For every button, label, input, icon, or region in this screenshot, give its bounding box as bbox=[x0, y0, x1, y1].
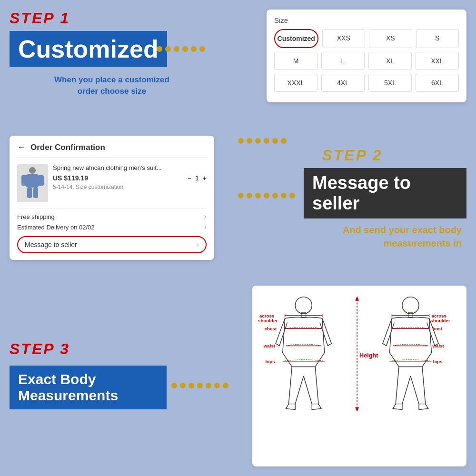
size-label: Size bbox=[274, 16, 459, 24]
size-6xl[interactable]: 6XL bbox=[416, 74, 459, 92]
svg-text:bust: bust bbox=[432, 326, 442, 331]
step3-dots bbox=[171, 383, 228, 388]
size-4xl[interactable]: 4XL bbox=[321, 74, 365, 92]
step2-dots-inline bbox=[238, 193, 295, 198]
message-seller-text: Message to seller bbox=[312, 173, 411, 213]
svg-text:shoulder: shoulder bbox=[258, 318, 278, 323]
svg-text:waist: waist bbox=[432, 343, 444, 348]
dot2 bbox=[165, 46, 171, 52]
svg-rect-3 bbox=[38, 175, 44, 186]
step3-label: STEP 3 bbox=[10, 340, 228, 358]
message-to-seller-btn[interactable]: Message to seller › bbox=[17, 236, 207, 253]
shipping-row: Free shipping › bbox=[17, 212, 207, 221]
size-5xl[interactable]: 5XL bbox=[368, 74, 412, 92]
plus-icon[interactable]: + bbox=[203, 174, 207, 182]
size-xs[interactable]: XS bbox=[369, 29, 412, 48]
delivery-text: Estimated Delivery on 02/02 bbox=[17, 224, 95, 231]
exact-body-box: Exact Body Measurements bbox=[10, 366, 167, 409]
svg-rect-2 bbox=[21, 175, 27, 186]
svg-point-6 bbox=[295, 297, 312, 314]
body-diagram-svg: Height across shoulder bbox=[257, 290, 462, 462]
size-customized[interactable]: Customized bbox=[274, 29, 318, 48]
quantity-value: 1 bbox=[195, 174, 199, 182]
product-name: Spring new african clothing men's suit..… bbox=[53, 164, 207, 171]
svg-text:Height: Height bbox=[359, 352, 378, 359]
chevron-right-icon2: › bbox=[204, 223, 207, 231]
svg-text:waist: waist bbox=[263, 343, 276, 348]
body-diagram: Height across shoulder bbox=[252, 286, 466, 466]
size-xxl[interactable]: XXL bbox=[416, 52, 459, 70]
dot6 bbox=[199, 46, 205, 52]
message-btn-label: Message to seller bbox=[25, 241, 77, 248]
svg-text:hips: hips bbox=[266, 359, 276, 364]
size-xxs[interactable]: XXS bbox=[322, 29, 366, 48]
order-title: Order Confirmation bbox=[30, 143, 105, 152]
order-header: ← Order Confirmation bbox=[17, 142, 207, 158]
order-details: Spring new african clothing men's suit..… bbox=[53, 164, 207, 202]
svg-marker-11 bbox=[355, 296, 359, 301]
back-arrow-icon[interactable]: ← bbox=[17, 142, 26, 152]
dot5 bbox=[191, 46, 197, 52]
size-row-1: Customized XXS XS S bbox=[274, 29, 459, 48]
step3-area: STEP 3 Exact Body Measurements bbox=[10, 340, 228, 409]
svg-rect-5 bbox=[33, 188, 38, 198]
step2-area: STEP 2 Message to seller And send your e… bbox=[238, 138, 466, 250]
size-m[interactable]: M bbox=[274, 52, 317, 70]
delivery-row: Estimated Delivery on 02/02 › bbox=[17, 223, 207, 231]
page-container: STEP 1 Customized When you place a custo… bbox=[0, 0, 476, 476]
size-grid-container: Size Customized XXS XS S M L XL XXL XXXL… bbox=[267, 10, 466, 102]
svg-point-0 bbox=[29, 167, 36, 174]
exact-body-text: Exact Body Measurements bbox=[18, 371, 118, 403]
svg-text:chest: chest bbox=[265, 326, 277, 331]
step1-dots bbox=[157, 46, 205, 52]
minus-icon[interactable]: − bbox=[188, 174, 191, 182]
chevron-right-icon: › bbox=[204, 212, 207, 221]
product-image bbox=[17, 164, 48, 202]
order-item: Spring new african clothing men's suit..… bbox=[17, 164, 207, 202]
shipping-text: Free shipping bbox=[17, 213, 55, 220]
size-s[interactable]: S bbox=[416, 29, 459, 48]
quantity-controls: − 1 + bbox=[188, 174, 207, 182]
size-xxxl[interactable]: XXXL bbox=[274, 74, 317, 92]
step1-description: When you place a customized order choose… bbox=[10, 74, 214, 97]
dot4 bbox=[182, 46, 188, 52]
size-row-3: XXXL 4XL 5XL 6XL bbox=[274, 74, 459, 92]
variant: 5-14-14, Size customization bbox=[53, 184, 207, 190]
step2-label: STEP 2 bbox=[238, 147, 466, 164]
step1-label: STEP 1 bbox=[10, 10, 214, 27]
dot1 bbox=[157, 46, 162, 52]
size-xl[interactable]: XL bbox=[368, 52, 412, 70]
svg-rect-1 bbox=[26, 174, 39, 188]
svg-rect-4 bbox=[27, 188, 32, 198]
shipping-info: Free shipping › Estimated Delivery on 02… bbox=[17, 208, 207, 231]
step1-area: STEP 1 Customized When you place a custo… bbox=[10, 10, 214, 97]
customized-text: Customized bbox=[18, 35, 159, 63]
svg-text:shoulder: shoulder bbox=[431, 318, 450, 323]
svg-point-8 bbox=[402, 297, 419, 314]
price: US $119.19 bbox=[53, 174, 88, 182]
message-seller-box: Message to seller bbox=[304, 168, 466, 218]
dot3 bbox=[174, 46, 179, 52]
size-l[interactable]: L bbox=[321, 52, 365, 70]
step2-dots-left bbox=[238, 138, 287, 144]
price-row: US $119.19 − 1 + bbox=[53, 174, 207, 182]
message-chevron-icon: › bbox=[197, 240, 199, 249]
step2-description: And send your exact body measurements in bbox=[238, 223, 466, 250]
order-confirmation-box: ← Order Confirmation Spring new african … bbox=[10, 136, 214, 260]
customized-box: Customized bbox=[10, 31, 167, 67]
svg-text:hips: hips bbox=[433, 359, 443, 364]
svg-marker-12 bbox=[355, 407, 359, 412]
size-row-2: M L XL XXL bbox=[274, 52, 459, 70]
